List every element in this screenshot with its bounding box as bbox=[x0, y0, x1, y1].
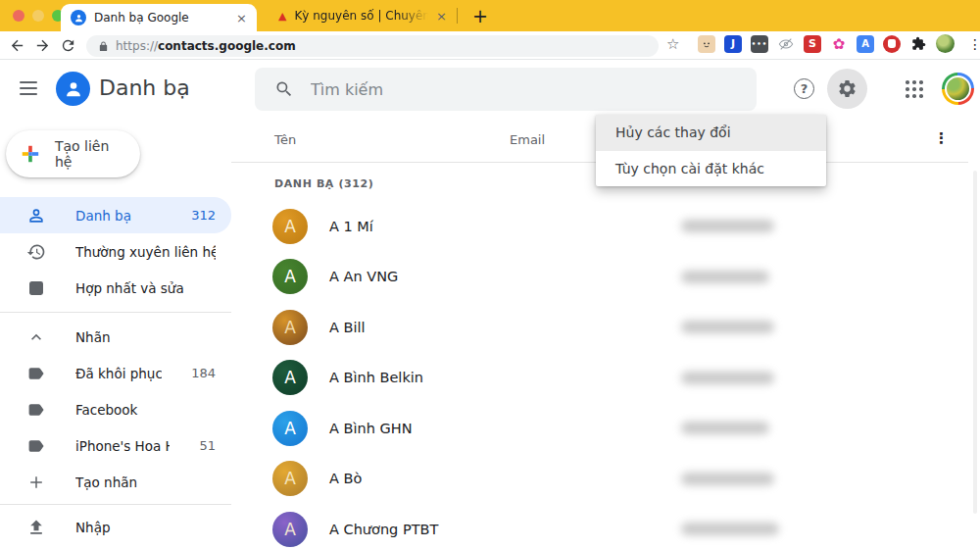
plus-icon bbox=[26, 473, 46, 492]
contact-name: A Bill bbox=[329, 320, 366, 335]
contact-name: A An VNG bbox=[329, 269, 398, 284]
list-options-kebab-icon[interactable]: ⋮ bbox=[934, 129, 949, 147]
sidebar-item-label: Hợp nhất và sửa bbox=[75, 280, 216, 296]
tab-separator bbox=[457, 8, 458, 24]
sidebar-label-facebook[interactable]: Facebook bbox=[0, 391, 231, 427]
contact-row[interactable]: A A Bò bbox=[231, 454, 980, 505]
settings-gear-button[interactable] bbox=[827, 69, 867, 109]
upload-icon bbox=[26, 518, 46, 537]
label-tag-icon bbox=[26, 400, 46, 420]
contact-row[interactable]: A A Bill bbox=[231, 302, 980, 353]
bookmark-star-icon[interactable]: ☆ bbox=[666, 35, 679, 53]
contact-row[interactable]: A A Chương PTBT bbox=[231, 504, 980, 550]
browser-toolbar: https:// contacts.google.com ☆ J ••• S ✿… bbox=[0, 31, 980, 60]
back-button[interactable] bbox=[4, 33, 29, 57]
extension-translate-icon[interactable]: A bbox=[857, 35, 874, 53]
person-icon bbox=[26, 206, 46, 225]
scrollbar[interactable] bbox=[973, 171, 977, 514]
contact-avatar: A bbox=[272, 512, 308, 547]
contact-avatar: A bbox=[272, 411, 308, 446]
contacts-app-header: Danh bạ ? bbox=[0, 60, 980, 117]
sidebar-item-create-label[interactable]: Tạo nhãn bbox=[0, 464, 231, 500]
sidebar-item-label: Đã khôi phục từ Xia... bbox=[75, 366, 162, 381]
tab-danh-ba-google[interactable]: Danh bạ Google × bbox=[61, 4, 257, 31]
main-menu-hamburger-icon[interactable] bbox=[20, 81, 37, 95]
sidebar-label-xiaomi[interactable]: Đã khôi phục từ Xia... 184 bbox=[0, 355, 231, 391]
phone-number-redacted bbox=[681, 372, 774, 384]
label-tag-icon bbox=[26, 364, 46, 383]
contact-row[interactable]: A A An VNG bbox=[231, 252, 980, 303]
contact-name: A 1 Mí bbox=[329, 219, 373, 234]
tab-close-icon[interactable]: × bbox=[236, 12, 247, 25]
tab-title: Kỳ nguyên số | Chuyên mục CN bbox=[294, 9, 428, 23]
sidebar-item-label: Tạo nhãn bbox=[75, 475, 216, 490]
window-close-button[interactable] bbox=[13, 10, 24, 22]
sidebar-item-contacts[interactable]: Danh bạ 312 bbox=[0, 197, 231, 233]
window-minimize-button[interactable] bbox=[32, 10, 44, 22]
browser-profile-avatar[interactable] bbox=[936, 34, 955, 53]
phone-number-redacted bbox=[681, 422, 769, 434]
extension-stop-hand-icon[interactable] bbox=[883, 35, 901, 53]
label-tag-icon bbox=[26, 436, 46, 456]
extension-j-icon[interactable]: J bbox=[724, 35, 742, 53]
contact-avatar: A bbox=[272, 360, 308, 395]
contact-row[interactable]: A A Bình Belkin bbox=[231, 353, 980, 404]
search-input[interactable] bbox=[311, 80, 737, 99]
merge-fix-icon bbox=[26, 278, 46, 298]
browser-menu-kebab-icon[interactable]: ⋮ bbox=[968, 36, 980, 52]
contact-name: A Bình GHN bbox=[329, 421, 412, 436]
tab-ky-nguyen-so[interactable]: ▲ Kỳ nguyên số | Chuyên mục CN × bbox=[263, 0, 455, 31]
lock-icon bbox=[98, 41, 109, 52]
extension-ellipsis-icon[interactable]: ••• bbox=[751, 35, 768, 53]
sidebar-item-label: Thường xuyên liên hệ bbox=[75, 244, 216, 260]
contact-avatar: A bbox=[272, 461, 308, 496]
tab-close-icon[interactable]: × bbox=[436, 10, 447, 23]
new-tab-button[interactable]: + bbox=[466, 2, 494, 29]
contact-avatar: A bbox=[272, 209, 308, 244]
url-host: contacts.google.com bbox=[158, 39, 296, 53]
settings-dropdown-menu: Hủy các thay đổi Tùy chọn cài đặt khác bbox=[596, 115, 826, 186]
sidebar-label-iphone[interactable]: iPhone's Hoa Hoa Hoa 51 bbox=[0, 427, 231, 464]
news-favicon-icon: ▲ bbox=[278, 10, 286, 23]
column-header-name[interactable]: Tên bbox=[274, 132, 296, 147]
sidebar-item-label: Nhập bbox=[75, 520, 216, 535]
address-bar[interactable]: https:// contacts.google.com bbox=[86, 35, 659, 57]
extension-s-icon[interactable]: S bbox=[804, 35, 821, 53]
help-icon[interactable]: ? bbox=[794, 78, 814, 99]
sidebar-item-merge-fix[interactable]: Hợp nhất và sửa bbox=[0, 270, 231, 306]
sidebar-item-label: Nhãn bbox=[75, 329, 216, 345]
google-apps-grid-icon[interactable] bbox=[906, 80, 923, 98]
app-title: Danh bạ bbox=[99, 75, 190, 100]
phone-number-redacted bbox=[681, 473, 774, 485]
forward-button[interactable] bbox=[29, 33, 55, 57]
google-plus-icon bbox=[20, 143, 41, 165]
menu-item-more-settings[interactable]: Tùy chọn cài đặt khác bbox=[596, 151, 826, 187]
sidebar-item-import[interactable]: Nhập bbox=[0, 509, 231, 545]
phone-number-redacted bbox=[681, 523, 779, 535]
sidebar-item-frequent[interactable]: Thường xuyên liên hệ bbox=[0, 233, 231, 270]
sidebar-item-count: 312 bbox=[191, 208, 216, 223]
search-icon bbox=[274, 79, 294, 99]
extension-lotus-icon[interactable]: ✿ bbox=[830, 35, 848, 53]
reload-button[interactable] bbox=[55, 33, 80, 57]
contact-avatar: A bbox=[272, 259, 308, 294]
column-header-email[interactable]: Email bbox=[510, 132, 545, 147]
account-avatar[interactable] bbox=[942, 73, 974, 105]
extension-mascot-icon[interactable] bbox=[698, 35, 715, 53]
browser-tab-strip: Danh bạ Google × ▲ Kỳ nguyên số | Chuyên… bbox=[0, 0, 980, 31]
menu-item-undo-changes[interactable]: Hủy các thay đổi bbox=[596, 115, 826, 151]
url-scheme: https:// bbox=[116, 39, 158, 53]
sidebar-item-label: iPhone's Hoa Hoa Hoa bbox=[75, 438, 170, 454]
sidebar-labels-header[interactable]: Nhãn bbox=[0, 319, 231, 355]
contact-row[interactable]: A A 1 Mí bbox=[231, 201, 980, 252]
contacts-logo-icon[interactable] bbox=[56, 72, 90, 106]
create-contact-button[interactable]: Tạo liên hệ bbox=[6, 130, 140, 177]
extensions-puzzle-icon[interactable] bbox=[909, 35, 927, 53]
phone-number-redacted bbox=[681, 220, 774, 232]
phone-number-redacted bbox=[681, 271, 769, 283]
extension-eye-off-icon[interactable] bbox=[777, 35, 795, 53]
contact-row[interactable]: A A Bình GHN bbox=[231, 403, 980, 454]
extensions-row: J ••• S ✿ A bbox=[698, 34, 955, 53]
search-bar[interactable] bbox=[255, 68, 757, 111]
sidebar-divider bbox=[0, 312, 231, 313]
